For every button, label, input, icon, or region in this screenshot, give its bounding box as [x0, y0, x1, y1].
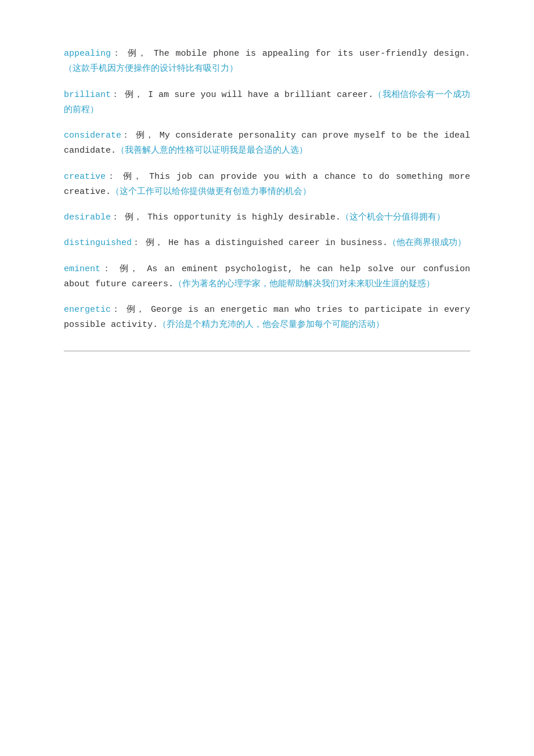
vocab-list: appealing： 例， The mobile phone is appeal…	[64, 46, 470, 333]
chinese-translation-desirable: （这个机会十分值得拥有）	[341, 213, 445, 222]
english-sentence-appealing: The mobile phone is appealing for its us…	[154, 49, 470, 59]
colon-brilliant: ： 例，	[111, 90, 148, 100]
colon-appealing: ： 例，	[111, 49, 154, 59]
colon-desirable: ： 例，	[111, 213, 147, 222]
chinese-translation-eminent: （作为著名的心理学家，他能帮助解决我们对未来职业生涯的疑惑）	[174, 279, 435, 289]
vocab-entry-considerate: considerate： 例， My considerate personali…	[64, 128, 470, 159]
vocab-entry-desirable: desirable： 例， This opportunity is highly…	[64, 210, 470, 225]
section-divider	[64, 351, 470, 351]
english-sentence-brilliant: I am sure you will have a brilliant care…	[148, 90, 373, 100]
chinese-translation-considerate: （我善解人意的性格可以证明我是最合适的人选）	[116, 146, 308, 156]
keyword-eminent: eminent	[64, 264, 100, 274]
keyword-considerate: considerate	[64, 131, 121, 141]
colon-considerate: ： 例，	[121, 131, 160, 141]
vocab-entry-creative: creative： 例， This job can provide you wi…	[64, 170, 470, 200]
chinese-translation-creative: （这个工作可以给你提供做更有创造力事情的机会）	[111, 187, 311, 197]
colon-creative: ： 例，	[106, 172, 149, 182]
chinese-translation-energetic: （乔治是个精力充沛的人，他会尽量参加每个可能的活动）	[158, 320, 384, 330]
vocab-entry-eminent: eminent： 例， As an eminent psychologist, …	[64, 262, 470, 293]
page-content: appealing： 例， The mobile phone is appeal…	[0, 0, 534, 386]
vocab-entry-brilliant: brilliant： 例， I am sure you will have a …	[64, 88, 470, 118]
keyword-distinguished: distinguished	[64, 238, 132, 248]
keyword-creative: creative	[64, 172, 106, 182]
keyword-appealing: appealing	[64, 49, 111, 59]
vocab-entry-energetic: energetic： 例， George is an energetic man…	[64, 303, 470, 333]
chinese-translation-appealing: （这款手机因方便操作的设计特比有吸引力）	[64, 64, 238, 74]
keyword-energetic: energetic	[64, 305, 111, 315]
colon-eminent: ： 例，	[100, 264, 147, 274]
colon-distinguished: ： 例，	[132, 238, 168, 248]
vocab-entry-appealing: appealing： 例， The mobile phone is appeal…	[64, 46, 470, 77]
colon-energetic: ： 例，	[111, 305, 151, 315]
english-sentence-desirable: This opportunity is highly desirable.	[147, 213, 341, 222]
chinese-translation-distinguished: （他在商界很成功）	[388, 238, 466, 248]
keyword-brilliant: brilliant	[64, 90, 111, 100]
keyword-desirable: desirable	[64, 213, 111, 222]
vocab-entry-distinguished: distinguished： 例， He has a distinguished…	[64, 236, 470, 251]
english-sentence-distinguished: He has a distinguished career in busines…	[168, 238, 388, 248]
